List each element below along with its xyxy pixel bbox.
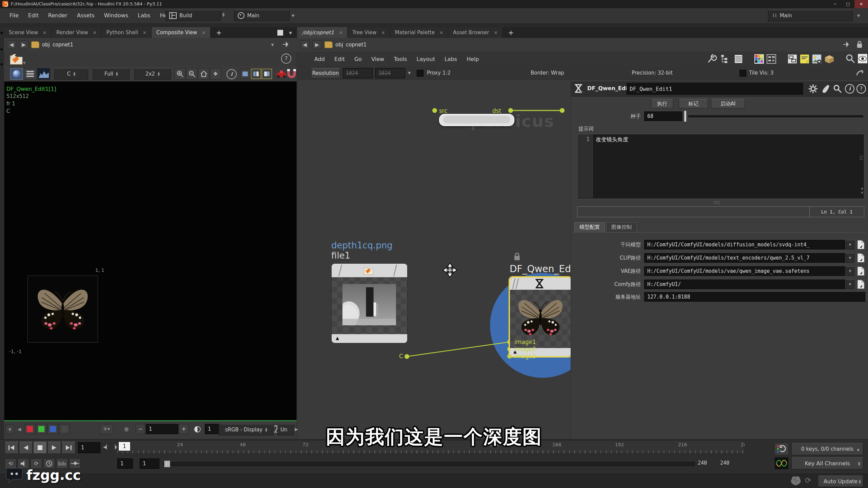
image-view-button[interactable] <box>10 68 23 80</box>
view-mode-select[interactable]: Full▲▼ <box>93 68 130 80</box>
desktop-right-arrow[interactable]: ▼ <box>857 14 860 18</box>
tab-asset-browser[interactable]: Asset Browser✕ <box>448 27 502 38</box>
copernicus-output-node[interactable]: ▲ <box>439 114 514 126</box>
auto-update-select[interactable]: Auto Update ▲▼ <box>818 475 863 487</box>
seed-slider-track[interactable] <box>688 115 863 118</box>
file-node-icon[interactable] <box>9 52 24 66</box>
zoom-out-icon[interactable] <box>186 68 197 80</box>
close-icon[interactable]: ✕ <box>93 30 97 35</box>
tab-network-path[interactable]: /obj/copnet1✕ <box>297 27 348 38</box>
path-dropdown-arrow[interactable]: ▼ <box>271 43 274 47</box>
pin-icon[interactable] <box>282 41 289 48</box>
net-menu-tools[interactable]: Tools <box>389 56 412 62</box>
vae-file-chooser-icon[interactable] <box>856 266 865 276</box>
split-stacked-icon[interactable] <box>262 69 272 79</box>
vae-dropdown-arrow[interactable]: ▼ <box>846 266 854 276</box>
path-back-button[interactable]: ◀ <box>300 40 310 49</box>
maximize-button[interactable]: ▢ <box>842 2 854 6</box>
path-context[interactable]: obj <box>335 42 343 48</box>
channel-list-button[interactable] <box>24 68 37 80</box>
new-tab-button[interactable]: + <box>503 28 519 37</box>
grid-select[interactable]: 2x2▲▼ <box>134 68 171 80</box>
list-icon[interactable] <box>734 54 743 64</box>
net-menu-help[interactable]: Help <box>462 56 484 62</box>
model-file-chooser-icon[interactable] <box>856 240 865 250</box>
param-info-icon[interactable]: i <box>845 84 854 94</box>
node-expand-arrow[interactable]: ▲ <box>336 336 339 341</box>
comfy-dropdown-arrow[interactable]: ▼ <box>846 280 854 289</box>
desktop-stepper[interactable]: ▲▼ <box>222 12 224 17</box>
param-search-icon[interactable] <box>833 84 842 94</box>
range-start-field[interactable]: 1 <box>117 459 133 469</box>
kart-icon[interactable] <box>275 68 288 79</box>
mark-button[interactable]: 标记 <box>679 99 708 108</box>
net-menu-layout[interactable]: Layout <box>412 56 440 62</box>
tile-vis-checkbox[interactable] <box>739 70 746 77</box>
wrench-icon[interactable] <box>707 54 717 64</box>
scoped-channels-icon[interactable] <box>774 457 789 469</box>
desktop-selector[interactable]: Build <box>165 10 221 21</box>
model-dropdown-arrow[interactable]: ▼ <box>846 240 854 249</box>
asset-box-icon[interactable] <box>824 54 834 64</box>
tab-image-control[interactable]: 图像控制 <box>606 222 637 232</box>
proxy-checkbox[interactable] <box>417 70 423 77</box>
pane-maximize-icon[interactable] <box>277 30 283 36</box>
search-icon[interactable] <box>845 54 855 64</box>
editor-resize-grip[interactable] <box>713 201 719 205</box>
param-help-icon[interactable]: ? <box>856 84 866 94</box>
zoom-in-icon[interactable] <box>174 68 185 80</box>
window-layout-icon[interactable] <box>788 54 797 64</box>
magnet-icon[interactable] <box>287 68 296 79</box>
lock-icon[interactable] <box>856 40 863 48</box>
path-node[interactable]: copnet1 <box>53 42 73 48</box>
file-node-header[interactable] <box>332 264 407 277</box>
pin-icon[interactable] <box>842 41 850 48</box>
qwen-node-header[interactable] <box>510 278 571 290</box>
close-icon[interactable]: ✕ <box>494 30 498 35</box>
menu-assets[interactable]: Assets <box>72 12 99 19</box>
clip-path-field[interactable]: H:/ComfyUI/ComfyUI/models/text_encoders/… <box>644 253 845 263</box>
help-icon[interactable]: ? <box>281 54 291 64</box>
editor-scroll-grip[interactable] <box>860 155 863 161</box>
tab-tree-view[interactable]: Tree View✕ <box>348 27 390 38</box>
tab-python-shell[interactable]: Python Shell✕ <box>102 27 152 38</box>
vae-path-field[interactable]: H:/ComfyUI/ComfyUI/models/vae/qwen_image… <box>644 266 845 276</box>
desktop-selector-right[interactable]: ⌇⌇ Main <box>768 10 853 21</box>
editor-scroll-down-icon[interactable]: ▼ <box>861 191 863 195</box>
tab-composite-view[interactable]: Composite View✕ <box>152 27 211 38</box>
close-icon[interactable]: ✕ <box>439 30 443 35</box>
comfy-file-chooser-icon[interactable] <box>856 279 865 289</box>
home-view-icon[interactable] <box>198 68 209 80</box>
resolution-height-field[interactable]: 1024 <box>375 68 405 78</box>
brush-icon[interactable] <box>821 84 830 94</box>
key-all-channels-button[interactable]: Key All Channels ▲▼ <box>791 457 863 469</box>
menu-file[interactable]: File <box>5 12 23 19</box>
color-palette-icon[interactable] <box>754 54 764 64</box>
clip-dropdown-arrow[interactable]: ▼ <box>846 253 854 263</box>
net-menu-labs[interactable]: Labs <box>440 56 462 62</box>
composite-viewport[interactable]: DF_Qwen_Edit1[1] 512x512 fr 1 C 1, 1 -1,… <box>4 81 297 421</box>
execute-button[interactable]: 执行 <box>651 99 673 108</box>
menu-windows[interactable]: Windows <box>99 12 133 19</box>
recook-icon[interactable] <box>855 68 864 77</box>
range-field[interactable]: 1 <box>140 459 159 469</box>
plane-select[interactable]: C▲▼ <box>54 68 88 80</box>
background-image-icon[interactable] <box>812 54 822 64</box>
tab-model-config[interactable]: 模型配置 <box>574 222 605 232</box>
server-address-field[interactable]: 127.0.0.1:8188 <box>644 292 865 302</box>
tree-hierarchy-icon[interactable] <box>721 54 729 64</box>
path-context[interactable]: obj <box>42 42 50 48</box>
tab-scene-view[interactable]: Scene View✕ <box>4 27 52 38</box>
shelf-dropdown-arrow[interactable]: ▼ <box>292 14 294 18</box>
close-icon[interactable]: ✕ <box>143 30 146 35</box>
gear-icon[interactable] <box>808 84 818 94</box>
info-icon[interactable]: i <box>226 69 237 79</box>
menu-labs[interactable]: Labs <box>133 12 155 19</box>
close-icon[interactable]: ✕ <box>339 30 342 35</box>
range-slider-track[interactable] <box>163 462 695 466</box>
prompt-editor[interactable]: 1 改变镜头角度 ▲ ▼ <box>577 134 864 199</box>
path-back-button[interactable]: ◀ <box>7 40 16 49</box>
tab-material-palette[interactable]: Material Palette✕ <box>390 27 449 38</box>
sticky-note-icon[interactable] <box>800 54 809 64</box>
clip-file-chooser-icon[interactable] <box>856 253 865 263</box>
